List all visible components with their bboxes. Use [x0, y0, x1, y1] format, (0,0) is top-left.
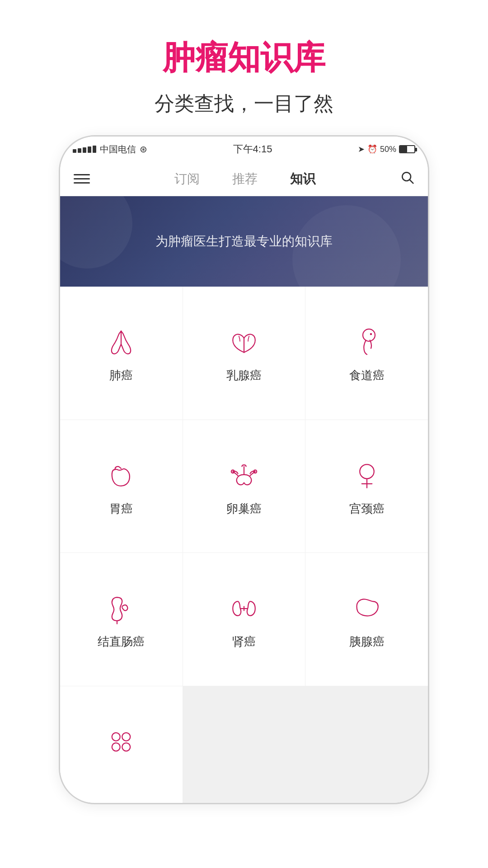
- ovary-label: 卵巢癌: [226, 501, 262, 517]
- kidney-label: 肾癌: [232, 634, 256, 650]
- page-subtitle: 分类查找，一目了然: [0, 90, 488, 117]
- banner: 为肿瘤医生打造最专业的知识库: [60, 196, 428, 287]
- wifi-icon: ⊛: [140, 144, 147, 155]
- category-kidney[interactable]: 肾癌: [183, 553, 305, 686]
- category-pancreas[interactable]: 胰腺癌: [305, 553, 428, 686]
- tab-subscribe[interactable]: 订阅: [158, 167, 216, 191]
- battery-percent: 50%: [380, 145, 396, 154]
- category-lung[interactable]: 肺癌: [60, 287, 183, 420]
- alarm-icon: ⏰: [367, 144, 377, 154]
- pancreas-label: 胰腺癌: [349, 634, 385, 650]
- category-grid: 肺癌 乳腺癌: [60, 287, 428, 803]
- svg-point-5: [370, 333, 372, 335]
- pancreas-icon: [349, 590, 385, 627]
- cervix-label: 宫颈癌: [349, 501, 385, 517]
- ovary-icon: [226, 458, 262, 494]
- search-icon[interactable]: [400, 170, 414, 188]
- location-icon: ➤: [358, 144, 365, 154]
- nav-bar: 订阅 推荐 知识: [60, 162, 428, 196]
- stomach-icon: [103, 458, 139, 494]
- lung-icon: [103, 324, 139, 360]
- colon-label: 结直肠癌: [98, 634, 145, 650]
- carrier-text: 中国电信: [100, 143, 136, 156]
- category-cervix[interactable]: 宫颈癌: [305, 420, 428, 553]
- nav-tabs: 订阅 推荐 知识: [158, 167, 332, 191]
- page-title: 肿瘤知识库: [0, 36, 488, 80]
- breast-icon: [226, 324, 262, 360]
- status-bar: 中国电信 ⊛ 下午4:15 ➤ ⏰ 50%: [60, 137, 428, 162]
- stomach-label: 胃癌: [109, 501, 133, 517]
- svg-line-1: [410, 180, 413, 183]
- phone-wrap: 中国电信 ⊛ 下午4:15 ➤ ⏰ 50% 订阅 推荐: [50, 135, 438, 868]
- breast-label: 乳腺癌: [226, 368, 262, 383]
- lung-label: 肺癌: [109, 368, 133, 383]
- tab-recommend[interactable]: 推荐: [216, 167, 274, 191]
- banner-text: 为肿瘤医生打造最专业的知识库: [155, 233, 333, 250]
- svg-point-15: [122, 733, 131, 741]
- battery-icon: [399, 145, 415, 153]
- esophagus-label: 食道癌: [349, 368, 385, 383]
- category-more[interactable]: [60, 686, 183, 803]
- svg-point-17: [122, 743, 131, 751]
- svg-point-8: [360, 464, 374, 479]
- kidney-icon: [226, 590, 262, 627]
- svg-point-14: [112, 733, 120, 741]
- status-right: ➤ ⏰ 50%: [358, 144, 415, 154]
- category-esophagus[interactable]: 食道癌: [305, 287, 428, 420]
- category-stomach[interactable]: 胃癌: [60, 420, 183, 553]
- menu-icon[interactable]: [74, 174, 90, 184]
- category-breast[interactable]: 乳腺癌: [183, 287, 305, 420]
- phone-mockup: 中国电信 ⊛ 下午4:15 ➤ ⏰ 50% 订阅 推荐: [59, 135, 429, 804]
- status-time: 下午4:15: [233, 142, 272, 156]
- more-icon: [103, 724, 139, 760]
- svg-point-16: [112, 743, 120, 751]
- category-ovary[interactable]: 卵巢癌: [183, 420, 305, 553]
- svg-point-4: [363, 329, 375, 341]
- signal-icon: [73, 146, 96, 153]
- esophagus-icon: [349, 324, 385, 360]
- page-header: 肿瘤知识库 分类查找，一目了然: [0, 0, 488, 135]
- status-left: 中国电信 ⊛: [73, 143, 147, 156]
- colon-icon: [103, 590, 139, 627]
- cervix-icon: [349, 458, 385, 494]
- category-colon[interactable]: 结直肠癌: [60, 553, 183, 686]
- tab-knowledge[interactable]: 知识: [274, 167, 332, 191]
